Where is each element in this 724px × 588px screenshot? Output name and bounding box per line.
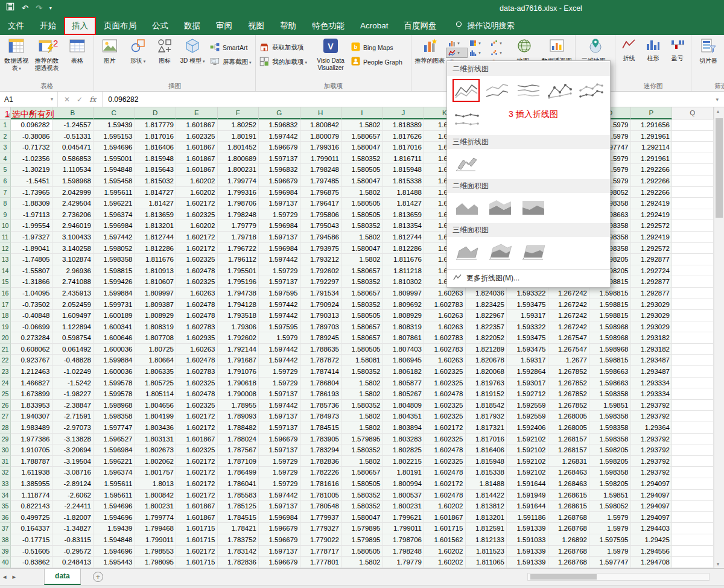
cell-E23[interactable]: 1.602783 <box>176 366 218 378</box>
cell-C40[interactable]: 1.595443 <box>94 557 135 568</box>
cell-B35[interactable]: -2.24411 <box>52 501 94 512</box>
cell-F15[interactable]: 1.795196 <box>218 276 259 288</box>
ribbon-tab-4[interactable]: 页面布局 <box>96 17 144 35</box>
cell-O37[interactable]: 1.5979 <box>589 523 631 534</box>
cell-N20[interactable]: 1.267547 <box>548 332 590 344</box>
cell-E39[interactable]: 1.602172 <box>176 546 218 557</box>
cell-F30[interactable]: 1.787567 <box>218 444 259 456</box>
cell-E30[interactable]: 1.602325 <box>176 444 218 456</box>
cell-H29[interactable]: 1.783905 <box>300 434 342 445</box>
cell-D24[interactable]: 1.805725 <box>135 378 177 389</box>
cell-A25[interactable]: 1.673899 <box>11 388 52 400</box>
horizontal-scrollbar-thumb[interactable] <box>530 574 597 580</box>
cell-F13[interactable]: 1.796112 <box>218 254 259 265</box>
cell-E4[interactable]: 1.601867 <box>176 153 218 165</box>
cell-O24[interactable]: 1.598663 <box>589 378 631 389</box>
cell-N27[interactable]: 1.268005 <box>548 411 590 422</box>
cell-H13[interactable]: 1.793212 <box>300 254 342 265</box>
row-header-14[interactable]: 14 <box>0 265 11 277</box>
cell-A21[interactable]: 0.608062 <box>11 344 52 355</box>
cell-I33[interactable]: 1.580505 <box>341 478 383 490</box>
cell-A38[interactable]: -0.17715 <box>11 534 52 546</box>
cell-B22[interactable]: -0.48828 <box>52 355 94 366</box>
cell-M24[interactable]: 1.593017 <box>507 378 548 389</box>
cell-M23[interactable]: 1.592864 <box>507 366 548 378</box>
ribbon-tab-10[interactable]: 特色功能 <box>304 17 352 35</box>
cell-L21[interactable]: 1.821289 <box>466 344 507 355</box>
cell-A13[interactable]: -1.74805 <box>11 254 52 265</box>
cell-G37[interactable]: 1.596679 <box>259 523 300 534</box>
cell-I21[interactable]: 1.580505 <box>341 344 383 355</box>
cell-G11[interactable]: 1.597137 <box>259 232 300 243</box>
cell-J3[interactable]: 1.817016 <box>383 142 425 153</box>
cell-L38[interactable]: 1.812133 <box>466 534 507 546</box>
cell-F14[interactable]: 1.795501 <box>218 265 259 277</box>
cell-J17[interactable]: 1.809692 <box>383 299 425 311</box>
cell-A30[interactable]: 1.910705 <box>11 444 52 456</box>
cell-M21[interactable]: 1.593475 <box>507 344 548 355</box>
cell-K38[interactable]: 1.601562 <box>424 534 466 546</box>
cell-E20[interactable]: 1.602935 <box>176 332 218 344</box>
ribbon-tab-1[interactable]: 文件 <box>0 17 32 35</box>
cell-O29[interactable]: 1.598358 <box>589 434 631 445</box>
cell-D9[interactable]: 1.813659 <box>135 209 177 221</box>
cell-G35[interactable]: 1.597137 <box>259 501 300 512</box>
cell-B38[interactable]: -0.83115 <box>52 534 94 546</box>
cell-B14[interactable]: 2.96936 <box>52 265 94 277</box>
cell-L27[interactable]: 1.817932 <box>466 411 507 422</box>
cell-G29[interactable]: 1.596679 <box>259 434 300 445</box>
cell-F38[interactable]: 1.783752 <box>218 534 259 546</box>
cell-A22[interactable]: 0.923767 <box>11 355 52 366</box>
cell-E9[interactable]: 1.602325 <box>176 209 218 221</box>
cell-I5[interactable]: 1.580505 <box>341 164 383 175</box>
cell-O28[interactable]: 1.598358 <box>589 422 631 434</box>
cell-H27[interactable]: 1.784973 <box>300 411 342 422</box>
row-header-17[interactable]: 17 <box>0 299 11 311</box>
cell-B3[interactable]: 0.045471 <box>52 142 94 153</box>
cell-J35[interactable]: 1.800231 <box>383 501 425 512</box>
cell-Q21[interactable] <box>672 344 714 355</box>
cell-D37[interactable]: 1.799468 <box>135 523 177 534</box>
cell-H37[interactable]: 1.779327 <box>300 523 342 534</box>
column-header-F[interactable]: F <box>218 107 259 119</box>
cell-O17[interactable]: 1.598815 <box>589 299 631 311</box>
3d-area-option-icon[interactable] <box>453 240 481 263</box>
cell-P15[interactable]: 1.292877 <box>631 276 673 288</box>
cell-Q7[interactable] <box>672 187 714 198</box>
cell-J34[interactable]: 1.800537 <box>383 490 425 501</box>
horizontal-scrollbar[interactable] <box>527 573 710 581</box>
cell-E6[interactable]: 1.60202 <box>176 175 218 187</box>
cell-P24[interactable]: 1.293334 <box>631 378 673 389</box>
cell-D32[interactable]: 1.801757 <box>135 467 177 478</box>
cell-J6[interactable]: 1.815338 <box>383 175 425 187</box>
slicer-button[interactable]: 切片器 <box>693 36 724 65</box>
cell-K36[interactable]: 1.601867 <box>424 512 466 523</box>
cell-J7[interactable]: 1.81488 <box>383 187 425 198</box>
cell-I16[interactable]: 1.580657 <box>341 288 383 299</box>
redo-icon[interactable]: ↷ <box>36 0 42 17</box>
cell-D5[interactable]: 1.815643 <box>135 164 177 175</box>
cell-L40[interactable]: 1.811065 <box>466 557 507 568</box>
cell-Q34[interactable] <box>672 490 714 501</box>
cell-Q33[interactable] <box>672 478 714 490</box>
cell-P33[interactable]: 1.294097 <box>631 478 673 490</box>
cell-L29[interactable]: 1.817016 <box>466 434 507 445</box>
sparkline-winloss-button[interactable]: 盈亏 <box>665 36 690 62</box>
pct-stacked-area-option-icon[interactable] <box>519 196 548 219</box>
cell-I27[interactable]: 1.5802 <box>341 411 383 422</box>
tell-me[interactable]: 操作说明搜索 <box>454 17 515 35</box>
cell-E16[interactable]: 1.60263 <box>176 288 218 299</box>
cell-G36[interactable]: 1.596984 <box>259 512 300 523</box>
cell-D1[interactable]: 1.817779 <box>135 119 177 131</box>
cell-Q24[interactable] <box>672 378 714 389</box>
cell-C25[interactable]: 1.599578 <box>94 388 135 400</box>
cell-P14[interactable]: 1.292724 <box>631 265 673 277</box>
cell-F10[interactable]: 1.79779 <box>218 220 259 232</box>
cell-J27[interactable]: 1.804351 <box>383 411 425 422</box>
cell-L26[interactable]: 1.818542 <box>466 400 507 411</box>
cell-E10[interactable]: 1.60202 <box>176 220 218 232</box>
more-line-charts-item[interactable]: 更多折线图(M)... <box>447 269 610 287</box>
cell-B17[interactable]: 2.052459 <box>52 299 94 311</box>
cell-A40[interactable]: -0.83862 <box>11 557 52 568</box>
cell-B29[interactable]: -3.13828 <box>52 434 94 445</box>
